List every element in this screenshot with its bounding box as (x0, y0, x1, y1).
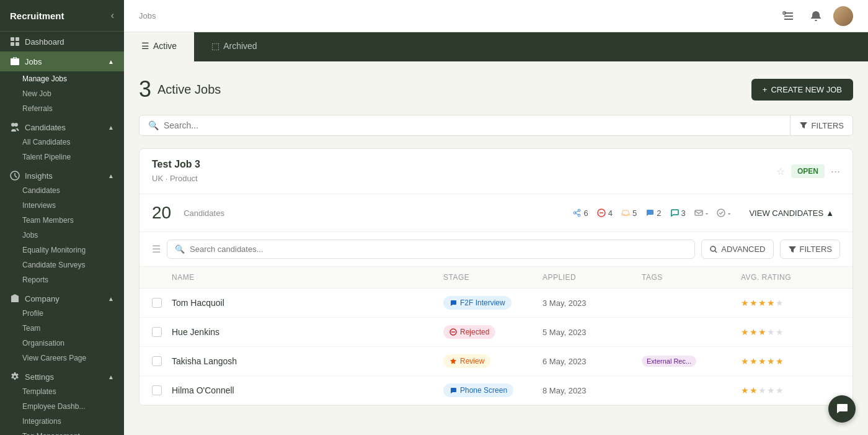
view-candidates-button[interactable]: VIEW CANDIDATES ▲ (743, 205, 840, 222)
tab-active[interactable]: ☰ Active (124, 32, 194, 61)
stat-chat1-value: 2 (657, 209, 661, 218)
chat-stat-icon (645, 209, 654, 217)
avatar[interactable] (833, 6, 853, 26)
sidebar-item-jobs-label: Jobs (25, 57, 42, 66)
col-name-header: Name (172, 273, 443, 282)
stage-label: Phone Screen (460, 386, 507, 395)
content-area: 3 Active Jobs + CREATE NEW JOB 🔍 FILTERS (124, 61, 868, 435)
candidates-search-icon: 🔍 (175, 244, 185, 254)
applied-date: 5 May, 2023 (542, 328, 642, 337)
stage-cell: F2F Interview (443, 296, 542, 310)
stat-inbox: 5 (621, 209, 637, 218)
list-view-icon[interactable]: ☰ (152, 243, 161, 255)
sidebar: Recruitment ‹ Dashboard Jobs ▲ Manage Jo… (0, 0, 124, 435)
f2f-stage-icon (450, 299, 457, 307)
col-tags-header: Tags (642, 273, 741, 282)
stat-check: - (717, 209, 730, 218)
sidebar-subitem-tag-management[interactable]: Tag Management (0, 429, 124, 435)
job-card: Test Job 3 UK · Product ☆ OPEN ··· 20 Ca… (139, 148, 853, 406)
sidebar-subitem-organisation[interactable]: Organisation (0, 336, 124, 351)
stage-label: Rejected (460, 328, 489, 336)
stage-label: F2F Interview (460, 298, 505, 307)
sidebar-item-settings-label: Settings (25, 372, 54, 382)
table-row: Takisha Langosh Review 6 May, 2023 Exter… (140, 347, 852, 376)
sidebar-subitem-candidates-insights[interactable]: Candidates (0, 183, 124, 198)
settings-chevron-icon: ▲ (108, 374, 114, 380)
candidates-filters-button[interactable]: FILTERS (780, 240, 841, 259)
sidebar-subitem-talent-pipeline[interactable]: Talent Pipeline (0, 150, 124, 164)
candidates-chevron-icon: ▲ (108, 124, 114, 131)
plus-icon: + (763, 85, 768, 94)
review-stage-icon (450, 357, 457, 365)
candidate-name[interactable]: Tom Hacquoil (172, 298, 443, 308)
collapse-icon[interactable]: ‹ (111, 10, 114, 21)
tag: External Rec... (642, 356, 696, 367)
briefcase-icon (10, 56, 20, 66)
filter-icon (799, 121, 808, 130)
sidebar-subitem-referrals[interactable]: Referrals (0, 101, 124, 116)
sidebar-item-dashboard[interactable]: Dashboard (0, 32, 124, 52)
tab-archived[interactable]: ⬚ Archived (194, 32, 274, 61)
sidebar-item-company[interactable]: Company ▲ (0, 287, 124, 306)
sidebar-subitem-equality-monitoring[interactable]: Equality Monitoring (0, 243, 124, 258)
users-icon (10, 122, 20, 132)
sidebar-subitem-view-careers[interactable]: View Careers Page (0, 351, 124, 365)
col-applied-header: Applied (542, 273, 642, 282)
job-info: Test Job 3 UK · Product (152, 159, 200, 184)
sidebar-item-candidates[interactable]: Candidates ▲ (0, 116, 124, 135)
row-checkbox[interactable] (152, 327, 162, 337)
candidate-label: Candidates (184, 209, 224, 218)
sidebar-subitem-jobs-insights[interactable]: Jobs (0, 228, 124, 243)
candidate-name[interactable]: Hue Jenkins (172, 327, 443, 337)
filters-button[interactable]: FILTERS (790, 115, 853, 135)
candidate-name[interactable]: Takisha Langosh (172, 356, 443, 366)
avg-rating: ★★★★★ (741, 385, 840, 395)
job-title[interactable]: Test Job 3 (152, 159, 200, 170)
chat2-stat-icon (670, 209, 679, 217)
avg-rating: ★★★★★ (741, 298, 840, 308)
sidebar-subitem-new-job[interactable]: New Job (0, 86, 124, 101)
rejected-stage-icon (450, 328, 457, 336)
star-button[interactable]: ☆ (776, 166, 785, 177)
sidebar-item-insights[interactable]: Insights ▲ (0, 164, 124, 183)
sidebar-item-company-label: Company (25, 294, 60, 303)
sidebar-subitem-manage-jobs[interactable]: Manage Jobs (0, 71, 124, 86)
stats-row: 20 Candidates 6 4 5 (140, 194, 852, 232)
sidebar-subitem-candidate-surveys[interactable]: Candidate Surveys (0, 258, 124, 272)
sidebar-subitem-team[interactable]: Team (0, 321, 124, 336)
sidebar-subitem-reports[interactable]: Reports (0, 272, 124, 287)
sidebar-subitem-templates[interactable]: Templates (0, 384, 124, 399)
applied-date: 3 May, 2023 (542, 298, 642, 308)
chat-support-button[interactable] (828, 395, 856, 423)
company-chevron-icon: ▲ (108, 295, 114, 302)
candidate-name[interactable]: Hilma O'Connell (172, 385, 443, 395)
checklist-icon[interactable] (779, 6, 799, 26)
row-checkbox[interactable] (152, 356, 162, 366)
job-status-badge: OPEN (791, 164, 825, 178)
create-new-job-button[interactable]: + CREATE NEW JOB (751, 79, 853, 101)
stats-icons: 6 4 5 2 (573, 209, 731, 218)
sidebar-item-jobs[interactable]: Jobs ▲ (0, 52, 124, 71)
sidebar-subitem-profile[interactable]: Profile (0, 306, 124, 321)
row-checkbox[interactable] (152, 385, 162, 395)
sidebar-item-settings[interactable]: Settings ▲ (0, 365, 124, 384)
candidate-count: 20 (152, 203, 171, 223)
job-separator: · (166, 174, 170, 183)
inbox-tab-icon: ☰ (141, 41, 149, 51)
sidebar-subitem-employee-dash[interactable]: Employee Dashb... (0, 399, 124, 414)
avg-rating: ★★★★★ (741, 327, 840, 337)
chart-icon (10, 171, 20, 181)
top-header: Jobs (124, 0, 868, 32)
sidebar-subitem-team-members[interactable]: Team Members (0, 213, 124, 228)
sidebar-subitem-integrations[interactable]: Integrations (0, 414, 124, 429)
advanced-button[interactable]: ADVANCED (701, 240, 773, 259)
notifications-icon[interactable] (806, 6, 826, 26)
search-bar-container: 🔍 FILTERS (139, 115, 853, 136)
candidates-search-input[interactable] (190, 244, 687, 254)
row-checkbox[interactable] (152, 298, 162, 308)
more-options-button[interactable]: ··· (831, 165, 840, 178)
sidebar-subitem-interviews[interactable]: Interviews (0, 198, 124, 213)
sidebar-subitem-all-candidates[interactable]: All Candidates (0, 135, 124, 150)
search-input[interactable] (164, 120, 781, 130)
stage-cell: Phone Screen (443, 383, 542, 397)
